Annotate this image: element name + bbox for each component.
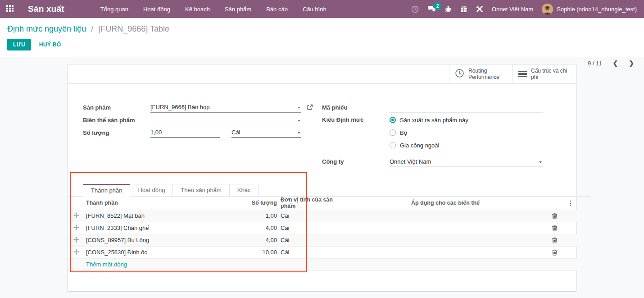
quantity-value: 1,00 (150, 129, 162, 136)
user-menu[interactable]: Sophie (odoo14_nhungle_test) (542, 4, 637, 15)
routing-performance-button[interactable]: Routing Performance (449, 64, 512, 83)
column-header-variants[interactable]: Áp dụng cho các biến thể (346, 197, 544, 210)
support-tools-icon[interactable] (476, 5, 483, 13)
table-row[interactable]: [FURN_2333] Chân ghế 4,00 Cái (68, 222, 577, 234)
breadcrumb-separator: / (91, 24, 93, 33)
control-panel: Định mức nguyên liệu / [FURN_9666] Table… (0, 18, 644, 57)
chevron-down-icon[interactable] (539, 161, 542, 163)
stat-button-label: Routing Performance (468, 68, 507, 81)
tab-components[interactable]: Thành phần (83, 184, 130, 197)
menu-item-overview[interactable]: Tổng quan (100, 6, 128, 13)
discard-button[interactable]: HUỶ BỎ (39, 41, 61, 48)
reference-field[interactable] (390, 102, 543, 113)
stat-button-box: Routing Performance Cấu trúc và chi phí (68, 64, 576, 84)
top-navbar: Sản xuất Tổng quan Hoạt động Kế hoạch Sả… (0, 0, 644, 18)
delete-row-icon[interactable] (552, 213, 558, 219)
component-cell[interactable]: [CONS_25630] Đinh ốc (84, 246, 229, 258)
drag-handle-icon[interactable] (68, 246, 84, 258)
breadcrumb-current: [FURN_9666] Table (98, 24, 169, 33)
add-line-link[interactable]: Thêm một dòng (86, 261, 127, 268)
component-cell[interactable]: [CONS_89957] Bu Lông (84, 234, 229, 246)
pager-previous-icon[interactable] (613, 60, 618, 67)
company-field[interactable]: Onnet Việt Nam (390, 156, 543, 167)
uom-cell[interactable]: Cái (279, 222, 346, 234)
messages-icon[interactable]: 2 (427, 5, 436, 13)
user-name: Sophie (odoo14_nhungle_test) (557, 6, 637, 13)
uom-field[interactable]: Cái (231, 128, 301, 138)
radio-option-produce[interactable]: Sản xuất ra sản phẩm này (390, 114, 468, 126)
variant-field[interactable] (150, 115, 301, 125)
company-switcher[interactable]: Onnet Việt Nam (492, 6, 533, 13)
variants-cell[interactable] (346, 210, 544, 222)
table-row[interactable]: [CONS_89957] Bu Lông 4,00 Cái (68, 234, 577, 246)
breadcrumb-parent-link[interactable]: Định mức nguyên liệu (7, 24, 86, 33)
company-label: Công ty (322, 158, 390, 165)
delete-row-icon[interactable] (552, 225, 558, 231)
component-cell[interactable]: [FURN_2333] Chân ghế (84, 222, 229, 234)
quantity-cell[interactable]: 10,00 (229, 246, 279, 258)
menu-item-configuration[interactable]: Cấu hình (303, 6, 327, 13)
bars-icon (518, 69, 527, 78)
reference-label: Mã phiếu (322, 104, 390, 111)
variants-cell[interactable] (346, 234, 544, 246)
optional-columns-icon[interactable] (564, 197, 577, 210)
tab-operations[interactable]: Hoạt động (130, 184, 172, 197)
variant-label: Biến thể sản phẩm (83, 117, 150, 124)
table-row[interactable]: [CONS_25630] Đinh ốc 10,00 Cái (68, 246, 577, 258)
activities-clock-icon[interactable] (411, 5, 419, 13)
app-title[interactable]: Sản xuất (28, 4, 64, 14)
variants-cell[interactable] (346, 222, 544, 234)
menu-item-planning[interactable]: Kế hoạch (185, 6, 210, 13)
delete-row-icon[interactable] (552, 249, 558, 256)
component-cell[interactable]: [FURN_8522] Mặt bàn (84, 210, 229, 222)
quantity-field[interactable]: 1,00 (150, 128, 220, 138)
components-table: Thành phần Số lượng Đơn vị tính của sản … (68, 197, 577, 271)
quantity-cell[interactable]: 4,00 (229, 234, 279, 246)
uom-cell[interactable]: Cái (279, 246, 346, 258)
chevron-down-icon[interactable] (298, 120, 300, 122)
drag-handle-icon[interactable] (68, 234, 84, 246)
menu-item-reporting[interactable]: Báo cáo (266, 6, 288, 13)
radio-option-kit[interactable]: Bộ (390, 126, 468, 139)
tab-byproducts[interactable]: Theo sản phẩm (172, 184, 229, 197)
delete-row-icon[interactable] (552, 237, 558, 243)
column-header-component[interactable]: Thành phần (84, 197, 229, 210)
drag-handle-icon[interactable] (68, 210, 84, 222)
drag-handle-icon[interactable] (68, 222, 84, 234)
menu-item-products[interactable]: Sản phẩm (225, 6, 251, 13)
form-sheet: Routing Performance Cấu trúc và chi phí … (68, 64, 576, 292)
quantity-cell[interactable]: 1,00 (229, 210, 279, 222)
clock-icon (455, 69, 464, 79)
apps-grid-icon[interactable] (6, 5, 14, 13)
column-header-uom[interactable]: Đơn vị tính của sản phẩm (279, 197, 346, 210)
message-count-badge: 2 (434, 2, 441, 10)
breadcrumb: Định mức nguyên liệu / [FURN_9666] Table (7, 24, 637, 34)
bom-type-label: Kiểu Định mức (322, 114, 390, 126)
components-table-body: [FURN_8522] Mặt bàn 1,00 Cái [FURN_2333]… (68, 210, 577, 270)
radio-unselected-icon[interactable] (390, 142, 396, 148)
quantity-cell[interactable]: 4,00 (229, 222, 279, 234)
trash-column-header (544, 197, 564, 210)
product-label: Sản phẩm (83, 104, 150, 111)
gift-icon[interactable] (460, 5, 467, 13)
table-row[interactable]: [FURN_8522] Mặt bàn 1,00 Cái (68, 210, 577, 222)
uom-cell[interactable]: Cái (279, 234, 346, 246)
product-field[interactable]: [FURN_9666] Bàn họp (150, 102, 301, 113)
handle-column-header (68, 197, 84, 210)
pager-next-icon[interactable] (629, 60, 634, 67)
radio-selected-icon[interactable] (390, 117, 396, 123)
column-header-quantity[interactable]: Số lượng (229, 197, 279, 210)
chevron-down-icon[interactable] (298, 107, 300, 109)
tab-misc[interactable]: Khác (229, 184, 259, 197)
variants-cell[interactable] (346, 246, 544, 258)
structure-cost-button[interactable]: Cấu trúc và chi phí (512, 64, 576, 83)
chevron-down-icon[interactable] (298, 132, 300, 134)
notebook-tabs: Thành phần Hoạt động Theo sản phẩm Khác (83, 184, 576, 197)
external-link-icon[interactable] (307, 104, 313, 110)
radio-unselected-icon[interactable] (390, 129, 396, 136)
save-button[interactable]: LƯU (7, 39, 31, 50)
menu-item-operations[interactable]: Hoạt động (143, 6, 170, 13)
bug-icon[interactable] (445, 5, 452, 13)
radio-option-subcontracting[interactable]: Gia công ngoài (390, 139, 468, 151)
uom-cell[interactable]: Cái (279, 210, 346, 222)
